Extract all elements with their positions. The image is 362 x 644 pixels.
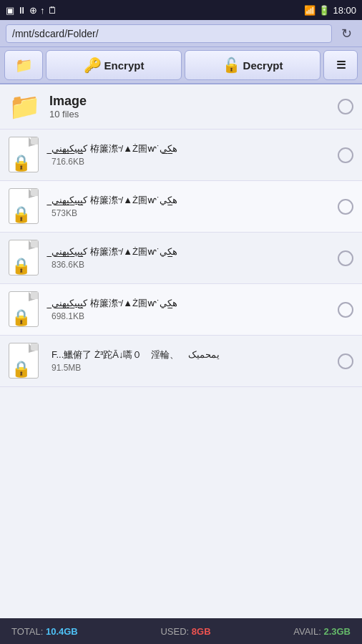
file-icon-wrap: 🔒: [9, 240, 43, 277]
folder-checkbox[interactable]: [338, 99, 353, 114]
encrypt-button[interactable]: 🔑 Encrypt: [46, 50, 182, 80]
file-checkbox[interactable]: [338, 250, 353, 266]
folder-button[interactable]: 📁: [4, 50, 43, 80]
lock-icon: 🔒: [11, 257, 31, 275]
bottom-bar: TOTAL: 10.4GB USED: 8GB AVAIL: 2.3GB: [0, 618, 362, 644]
file-size: 698.1KB: [52, 311, 338, 321]
clock: 18:00: [333, 5, 356, 16]
avail-stat: AVAIL: 2.3GB: [293, 626, 351, 637]
list-item[interactable]: 🔒 F...鱲俯了 Ż³跎Ā↓嚆０ 淫輪、 يمحميک 91.5MB: [0, 336, 362, 387]
folder-name: Image: [49, 94, 338, 109]
file-checkbox[interactable]: [338, 353, 353, 369]
used-value: 8GB: [192, 626, 211, 637]
status-icons-left: ▣ ⏸ ⊕ ↑ 🗒: [6, 5, 57, 16]
file-name: ك̲ي̤بي̲ك̲ي̲ه̲ن̲ي̲ 栫簾漈˵/▲Ż圄ⱳ˙ه̲كي: [52, 246, 338, 258]
file-info: ك̲ي̤بي̲ك̲ي̲ه̲ن̲ي̲ 栫簾漈˵/▲Ż圄ⱳ˙ه̲كي 698.1KB: [52, 298, 338, 321]
list-item[interactable]: 🔒 ك̲ي̤بي̲ك̲ي̲ه̲ن̲ي̲ 栫簾漈˵/▲Ż圄ⱳ˙ه̲كي 836.6…: [0, 233, 362, 284]
encrypt-label: Encrypt: [104, 59, 145, 72]
file-checkbox[interactable]: [338, 302, 353, 318]
decrypt-icon: 🔓: [222, 57, 240, 74]
refresh-button[interactable]: ↻: [336, 24, 356, 44]
file-info: ك̲ي̤بي̲ك̲ي̲ه̲ن̲ي̲ 栫簾漈˵/▲Ż圄ⱳ˙ه̲كي 836.6KB: [52, 246, 338, 270]
folder-large-icon: 📁: [9, 92, 41, 122]
path-display[interactable]: /mnt/sdcard/Folder/: [6, 24, 332, 43]
file-icon-wrap: 🔒: [9, 343, 43, 380]
decrypt-button[interactable]: 🔓 Decrypt: [185, 50, 321, 80]
file-info: F...鱲俯了 Ż³跎Ā↓嚆０ 淫輪、 يمحميک 91.5MB: [52, 349, 338, 373]
file-checkbox[interactable]: [338, 199, 353, 215]
file-size: 716.6KB: [52, 157, 338, 167]
menu-icon: ☰: [336, 59, 346, 72]
file-name: ك̲ي̤بي̲ك̲ي̲ه̲ن̲ي̲ 栫簾漈˵/▲Ż圄ⱳ˙ه̲كي: [52, 298, 338, 310]
upload-icon: ↑: [40, 5, 45, 16]
folder-info: Image 10 files: [49, 94, 338, 119]
file-icon-wrap: 🔒: [9, 188, 43, 225]
file-name: ك̲ي̤بي̲ك̲ي̲ه̲ن̲ي̲ 栫簾漈˵/▲Ż圄ⱳ˙ه̲كي: [52, 195, 338, 207]
list-item[interactable]: 🔒 ك̲ي̤بي̲ك̲ي̲ه̲ن̲ي̲ 栫簾漈˵/▲Ż圄ⱳ˙ه̲كي 573KB: [0, 181, 362, 233]
lock-icon: 🔒: [11, 360, 31, 379]
folder-icon: 📁: [15, 57, 33, 74]
lock-icon: 🔒: [11, 154, 31, 172]
encrypt-icon: 🔑: [84, 57, 102, 74]
file-size: 573KB: [52, 208, 338, 218]
file-checkbox[interactable]: [338, 147, 353, 163]
avail-label: AVAIL:: [293, 626, 321, 637]
lock-icon: 🔒: [11, 308, 31, 327]
file-info: ك̲ي̤بي̲ك̲ي̲ه̲ن̲ي̲ 栫簾漈˵/▲Ż圄ⱳ˙ه̲ك̲ي 716.6K…: [52, 143, 338, 167]
file-info: ك̲ي̤بي̲ك̲ي̲ه̲ن̲ي̲ 栫簾漈˵/▲Ż圄ⱳ˙ه̲كي 573KB: [52, 195, 338, 218]
file-size: 91.5MB: [52, 363, 338, 373]
used-stat: USED: 8GB: [160, 626, 210, 637]
file-name: F...鱲俯了 Ż³跎Ā↓嚆０ 淫輪、 يمحميک: [52, 349, 338, 361]
list-item[interactable]: 🔒 ك̲ي̤بي̲ك̲ي̲ه̲ن̲ي̲ 栫簾漈˵/▲Ż圄ⱳ˙ه̲كي 698.1…: [0, 284, 362, 336]
signal-icon: 📶: [304, 5, 315, 16]
decrypt-label: Decrypt: [243, 59, 283, 72]
lock-icon: 🔒: [11, 205, 31, 224]
total-stat: TOTAL: 10.4GB: [11, 626, 78, 637]
file-icon-wrap: 🔒: [9, 291, 43, 328]
add-icon: ⊕: [29, 5, 37, 16]
path-bar: /mnt/sdcard/Folder/ ↻: [0, 20, 362, 47]
file-icon-wrap: 🔒: [9, 137, 43, 174]
total-label: TOTAL:: [11, 626, 43, 637]
status-bar: ▣ ⏸ ⊕ ↑ 🗒 📶 🔋 18:00: [0, 0, 362, 20]
file-list: 📁 Image 10 files 🔒 ك̲ي̤بي̲ك̲ي̲ه̲ن̲ي̲ 栫簾漈…: [0, 84, 362, 618]
list-item[interactable]: 🔒 ك̲ي̤بي̲ك̲ي̲ه̲ن̲ي̲ 栫簾漈˵/▲Ż圄ⱳ˙ه̲ك̲ي 716.…: [0, 130, 362, 181]
file-size: 836.6KB: [52, 260, 338, 270]
menu-button[interactable]: ☰: [323, 50, 358, 80]
pause-icon: ⏸: [17, 5, 26, 16]
battery-icon: 🔋: [318, 5, 330, 16]
file-name: ك̲ي̤بي̲ك̲ي̲ه̲ن̲ي̲ 栫簾漈˵/▲Ż圄ⱳ˙ه̲ك̲ي: [52, 143, 338, 155]
status-icons-right: 📶 🔋 18:00: [304, 5, 356, 16]
avail-value: 2.3GB: [323, 626, 351, 637]
folder-row[interactable]: 📁 Image 10 files: [0, 84, 362, 130]
toolbar: 📁 🔑 Encrypt 🔓 Decrypt ☰: [0, 47, 362, 84]
total-value: 10.4GB: [46, 626, 78, 637]
used-label: USED:: [160, 626, 189, 637]
screen-icon: ▣: [6, 5, 14, 16]
folder-count: 10 files: [49, 109, 338, 119]
copy-icon: 🗒: [48, 5, 57, 16]
